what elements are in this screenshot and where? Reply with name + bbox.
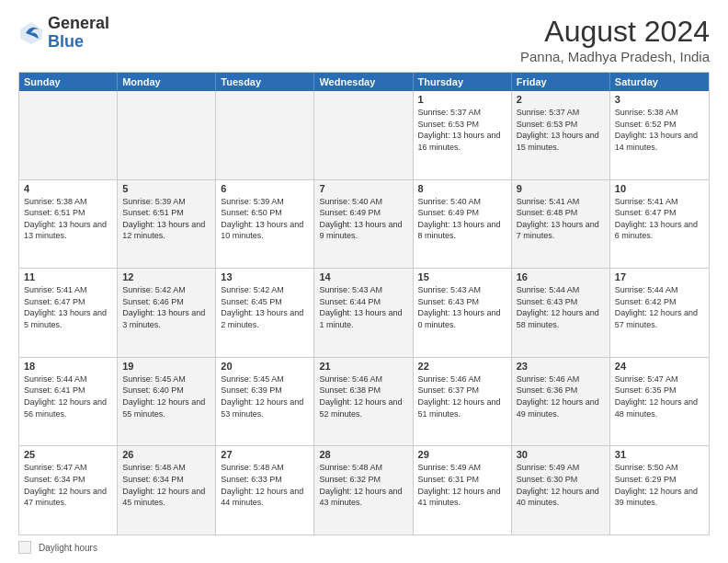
day-number: 18 (24, 361, 112, 372)
cell-text: Sunrise: 5:44 AM Sunset: 6:43 PM Dayligh… (517, 284, 605, 330)
day-number: 17 (615, 271, 704, 282)
cell-text: Sunrise: 5:41 AM Sunset: 6:47 PM Dayligh… (24, 284, 112, 330)
header-day-tuesday: Tuesday (216, 73, 314, 91)
title-block: August 2024 Panna, Madhya Pradesh, India (520, 15, 710, 64)
calendar-cell-empty-0-2 (216, 91, 314, 179)
calendar-cell-7: 7Sunrise: 5:40 AM Sunset: 6:49 PM Daylig… (314, 180, 413, 269)
day-number: 9 (517, 183, 605, 194)
cell-text: Sunrise: 5:47 AM Sunset: 6:35 PM Dayligh… (615, 373, 704, 419)
month-title: August 2024 (520, 15, 710, 49)
cell-text: Sunrise: 5:44 AM Sunset: 6:41 PM Dayligh… (24, 373, 112, 419)
calendar-row-4: 25Sunrise: 5:47 AM Sunset: 6:34 PM Dayli… (19, 446, 709, 534)
day-number: 12 (122, 271, 210, 282)
legend-label: Daylight hours (39, 543, 97, 553)
logo: General Blue (18, 15, 109, 52)
cell-text: Sunrise: 5:43 AM Sunset: 6:44 PM Dayligh… (319, 284, 407, 330)
cell-text: Sunrise: 5:42 AM Sunset: 6:45 PM Dayligh… (221, 284, 309, 330)
cell-text: Sunrise: 5:45 AM Sunset: 6:39 PM Dayligh… (221, 373, 309, 419)
cell-text: Sunrise: 5:48 AM Sunset: 6:32 PM Dayligh… (319, 462, 407, 508)
cell-text: Sunrise: 5:46 AM Sunset: 6:36 PM Dayligh… (517, 373, 605, 419)
calendar-cell-11: 11Sunrise: 5:41 AM Sunset: 6:47 PM Dayli… (19, 269, 118, 357)
calendar-cell-5: 5Sunrise: 5:39 AM Sunset: 6:51 PM Daylig… (118, 180, 216, 269)
location-title: Panna, Madhya Pradesh, India (520, 49, 710, 64)
day-number: 25 (24, 449, 112, 460)
calendar-cell-23: 23Sunrise: 5:46 AM Sunset: 6:36 PM Dayli… (512, 358, 610, 446)
cell-text: Sunrise: 5:39 AM Sunset: 6:51 PM Dayligh… (122, 196, 210, 242)
logo-icon (18, 20, 44, 46)
calendar-cell-24: 24Sunrise: 5:47 AM Sunset: 6:35 PM Dayli… (610, 358, 709, 446)
calendar-row-0: 1Sunrise: 5:37 AM Sunset: 6:53 PM Daylig… (19, 91, 709, 180)
cell-text: Sunrise: 5:39 AM Sunset: 6:50 PM Dayligh… (221, 196, 309, 242)
day-number: 20 (221, 361, 309, 372)
day-number: 10 (615, 183, 704, 194)
cell-text: Sunrise: 5:37 AM Sunset: 6:53 PM Dayligh… (418, 107, 506, 153)
calendar-cell-29: 29Sunrise: 5:49 AM Sunset: 6:31 PM Dayli… (414, 446, 512, 534)
day-number: 5 (122, 183, 210, 194)
calendar-cell-6: 6Sunrise: 5:39 AM Sunset: 6:50 PM Daylig… (216, 180, 314, 269)
calendar-cell-13: 13Sunrise: 5:42 AM Sunset: 6:45 PM Dayli… (216, 269, 314, 357)
calendar-cell-18: 18Sunrise: 5:44 AM Sunset: 6:41 PM Dayli… (19, 358, 118, 446)
calendar-cell-20: 20Sunrise: 5:45 AM Sunset: 6:39 PM Dayli… (216, 358, 314, 446)
logo-general: General (48, 14, 109, 32)
day-number: 2 (517, 94, 605, 105)
cell-text: Sunrise: 5:40 AM Sunset: 6:49 PM Dayligh… (418, 196, 506, 242)
header-day-wednesday: Wednesday (314, 73, 413, 91)
header-day-thursday: Thursday (414, 73, 512, 91)
calendar-cell-25: 25Sunrise: 5:47 AM Sunset: 6:34 PM Dayli… (19, 446, 118, 534)
day-number: 31 (615, 449, 704, 460)
calendar-cell-empty-0-3 (314, 91, 413, 179)
cell-text: Sunrise: 5:38 AM Sunset: 6:52 PM Dayligh… (615, 107, 704, 153)
calendar-cell-21: 21Sunrise: 5:46 AM Sunset: 6:38 PM Dayli… (314, 358, 413, 446)
cell-text: Sunrise: 5:48 AM Sunset: 6:33 PM Dayligh… (221, 462, 309, 508)
day-number: 16 (517, 271, 605, 282)
calendar-cell-27: 27Sunrise: 5:48 AM Sunset: 6:33 PM Dayli… (216, 446, 314, 534)
day-number: 1 (418, 94, 506, 105)
calendar-cell-31: 31Sunrise: 5:50 AM Sunset: 6:29 PM Dayli… (610, 446, 709, 534)
header: General Blue August 2024 Panna, Madhya P… (18, 15, 710, 64)
calendar-row-2: 11Sunrise: 5:41 AM Sunset: 6:47 PM Dayli… (19, 269, 709, 358)
header-day-sunday: Sunday (19, 73, 118, 91)
legend-box (18, 541, 31, 554)
day-number: 3 (615, 94, 704, 105)
cell-text: Sunrise: 5:46 AM Sunset: 6:37 PM Dayligh… (418, 373, 506, 419)
day-number: 22 (418, 361, 506, 372)
day-number: 6 (221, 183, 309, 194)
calendar-cell-4: 4Sunrise: 5:38 AM Sunset: 6:51 PM Daylig… (19, 180, 118, 269)
day-number: 21 (319, 361, 407, 372)
cell-text: Sunrise: 5:45 AM Sunset: 6:40 PM Dayligh… (122, 373, 210, 419)
calendar-cell-empty-0-0 (19, 91, 118, 179)
calendar-cell-8: 8Sunrise: 5:40 AM Sunset: 6:49 PM Daylig… (414, 180, 512, 269)
day-number: 28 (319, 449, 407, 460)
calendar-cell-12: 12Sunrise: 5:42 AM Sunset: 6:46 PM Dayli… (118, 269, 216, 357)
calendar-cell-3: 3Sunrise: 5:38 AM Sunset: 6:52 PM Daylig… (610, 91, 709, 179)
calendar-cell-19: 19Sunrise: 5:45 AM Sunset: 6:40 PM Dayli… (118, 358, 216, 446)
logo-blue: Blue (48, 32, 84, 51)
logo-text: General Blue (48, 15, 109, 52)
calendar-cell-30: 30Sunrise: 5:49 AM Sunset: 6:30 PM Dayli… (512, 446, 610, 534)
calendar-cell-17: 17Sunrise: 5:44 AM Sunset: 6:42 PM Dayli… (610, 269, 709, 357)
day-number: 4 (24, 183, 112, 194)
footer: Daylight hours (18, 541, 710, 554)
day-number: 13 (221, 271, 309, 282)
header-day-saturday: Saturday (610, 73, 709, 91)
calendar-cell-empty-0-1 (118, 91, 216, 179)
cell-text: Sunrise: 5:43 AM Sunset: 6:43 PM Dayligh… (418, 284, 506, 330)
cell-text: Sunrise: 5:40 AM Sunset: 6:49 PM Dayligh… (319, 196, 407, 242)
calendar: SundayMondayTuesdayWednesdayThursdayFrid… (18, 72, 710, 535)
day-number: 27 (221, 449, 309, 460)
page: General Blue August 2024 Panna, Madhya P… (0, 0, 728, 563)
calendar-cell-28: 28Sunrise: 5:48 AM Sunset: 6:32 PM Dayli… (314, 446, 413, 534)
calendar-cell-15: 15Sunrise: 5:43 AM Sunset: 6:43 PM Dayli… (414, 269, 512, 357)
cell-text: Sunrise: 5:48 AM Sunset: 6:34 PM Dayligh… (122, 462, 210, 508)
day-number: 24 (615, 361, 704, 372)
calendar-cell-9: 9Sunrise: 5:41 AM Sunset: 6:48 PM Daylig… (512, 180, 610, 269)
cell-text: Sunrise: 5:41 AM Sunset: 6:47 PM Dayligh… (615, 196, 704, 242)
cell-text: Sunrise: 5:46 AM Sunset: 6:38 PM Dayligh… (319, 373, 407, 419)
calendar-cell-22: 22Sunrise: 5:46 AM Sunset: 6:37 PM Dayli… (414, 358, 512, 446)
header-day-monday: Monday (118, 73, 216, 91)
calendar-cell-10: 10Sunrise: 5:41 AM Sunset: 6:47 PM Dayli… (610, 180, 709, 269)
calendar-cell-2: 2Sunrise: 5:37 AM Sunset: 6:53 PM Daylig… (512, 91, 610, 179)
cell-text: Sunrise: 5:42 AM Sunset: 6:46 PM Dayligh… (122, 284, 210, 330)
day-number: 14 (319, 271, 407, 282)
calendar-cell-26: 26Sunrise: 5:48 AM Sunset: 6:34 PM Dayli… (118, 446, 216, 534)
